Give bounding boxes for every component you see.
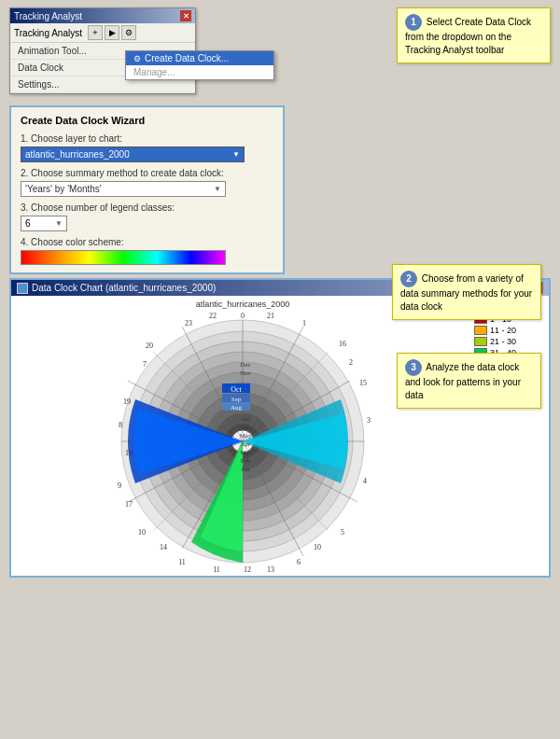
svg-text:Feb: Feb bbox=[241, 457, 251, 465]
svg-text:9: 9 bbox=[118, 481, 121, 490]
gear-button[interactable]: ⚙ bbox=[121, 25, 136, 40]
svg-text:Jan: Jan bbox=[241, 466, 250, 473]
svg-text:Nov: Nov bbox=[240, 370, 252, 377]
layer-value: atlantic_hurricanes_2000 bbox=[25, 149, 130, 160]
svg-text:Sep: Sep bbox=[231, 396, 242, 403]
tracking-toolbar-row: Tracking Analyst + ▶ ⚙ bbox=[10, 23, 195, 43]
layer-arrow-icon: ▼ bbox=[232, 150, 240, 159]
dataclock-label: Data Clock bbox=[18, 63, 63, 73]
create-dataclock-item[interactable]: ⚙ Create Data Clock... bbox=[126, 51, 273, 65]
layer-select[interactable]: atlantic_hurricanes_2000 ▼ bbox=[21, 146, 245, 162]
svg-text:10: 10 bbox=[138, 528, 146, 537]
svg-text:Mar: Mar bbox=[240, 449, 251, 456]
svg-text:Apr: Apr bbox=[241, 440, 252, 448]
chart-content: atlantic_hurricanes_2000 bbox=[11, 296, 549, 576]
svg-text:22: 22 bbox=[209, 312, 217, 320]
chart-area: atlantic_hurricanes_2000 bbox=[15, 300, 470, 572]
svg-text:23: 23 bbox=[185, 319, 192, 328]
callout-1: 1 Select Create Data Clock from the drop… bbox=[397, 7, 551, 63]
plus-button[interactable]: + bbox=[88, 25, 103, 40]
legend-item-2: 11 - 20 bbox=[474, 326, 541, 335]
legend-classes-value: 6 bbox=[25, 218, 31, 229]
svg-text:Aug: Aug bbox=[231, 404, 243, 411]
clock-svg: Oct Sep Aug Dec Nov Jul Jun May Apr bbox=[112, 311, 373, 572]
svg-text:10: 10 bbox=[314, 543, 321, 551]
svg-text:Oct: Oct bbox=[231, 385, 242, 394]
legend-item-3: 21 - 30 bbox=[474, 337, 541, 346]
toolbar-section: Tracking Analyst ✕ Tracking Analyst + ▶ … bbox=[0, 0, 560, 102]
svg-text:0: 0 bbox=[241, 312, 245, 320]
chart-title-container: Data Clock Chart (atlantic_hurricanes_20… bbox=[17, 283, 216, 294]
wizard-title: Create Data Clock Wizard bbox=[21, 115, 273, 126]
manage-item[interactable]: Manage... bbox=[126, 65, 273, 79]
tracking-subtitle: Tracking Analyst bbox=[14, 28, 82, 38]
step3-label: 3. Choose number of legend classes: bbox=[21, 202, 273, 213]
svg-text:5: 5 bbox=[341, 528, 344, 537]
svg-text:21: 21 bbox=[267, 312, 274, 320]
svg-text:19: 19 bbox=[123, 397, 131, 406]
create-icon: ⚙ bbox=[133, 54, 141, 63]
step1-label: 1. Choose layer to chart: bbox=[21, 133, 273, 144]
summary-arrow-icon: ▼ bbox=[214, 185, 221, 193]
legend-label-3: 21 - 30 bbox=[490, 337, 516, 346]
tracking-title: Tracking Analyst bbox=[14, 11, 82, 21]
tracking-titlebar: Tracking Analyst ✕ bbox=[10, 8, 195, 23]
dataset-label: atlantic_hurricanes_2000 bbox=[196, 300, 290, 309]
wizard-section: Create Data Clock Wizard 1. Choose layer… bbox=[9, 105, 551, 274]
svg-text:18: 18 bbox=[125, 449, 133, 457]
svg-text:12: 12 bbox=[244, 565, 251, 572]
step4-label: 4. Choose color scheme: bbox=[21, 237, 273, 247]
classes-arrow-icon: ▼ bbox=[55, 219, 63, 228]
svg-text:Dec: Dec bbox=[240, 361, 250, 369]
legend-classes-select[interactable]: 6 ▼ bbox=[21, 216, 67, 231]
svg-text:May: May bbox=[240, 432, 252, 439]
svg-text:17: 17 bbox=[125, 500, 133, 509]
svg-text:7: 7 bbox=[143, 360, 147, 369]
svg-text:8: 8 bbox=[119, 421, 122, 429]
svg-text:4: 4 bbox=[363, 477, 367, 485]
chart-window: Data Clock Chart (atlantic_hurricanes_20… bbox=[9, 278, 551, 578]
svg-text:1: 1 bbox=[302, 319, 306, 328]
svg-text:15: 15 bbox=[359, 379, 367, 387]
svg-text:2: 2 bbox=[349, 358, 353, 367]
clock-container: Oct Sep Aug Dec Nov Jul Jun May Apr bbox=[112, 311, 373, 572]
summary-value: 'Years' by 'Months' bbox=[25, 184, 102, 194]
legend-color-3 bbox=[474, 337, 487, 346]
play-button[interactable]: ▶ bbox=[105, 25, 119, 40]
svg-text:20: 20 bbox=[146, 342, 153, 350]
close-button[interactable]: ✕ bbox=[180, 10, 191, 21]
color-scheme-bar[interactable] bbox=[21, 250, 226, 265]
summary-select[interactable]: 'Years' by 'Months' ▼ bbox=[21, 181, 226, 197]
svg-text:16: 16 bbox=[339, 340, 346, 348]
badge-1: 1 bbox=[405, 14, 422, 31]
create-label: Create Data Clock... bbox=[145, 53, 229, 63]
dropdown-menu: ⚙ Create Data Clock... Manage... bbox=[125, 50, 274, 80]
chart-section: Data Clock Chart (atlantic_hurricanes_20… bbox=[9, 278, 551, 578]
legend-area: 0 1 - 10 11 - 20 21 - 30 31 - 40 bbox=[470, 300, 545, 572]
legend-label-2: 11 - 20 bbox=[490, 326, 516, 335]
legend-color-2 bbox=[474, 326, 487, 335]
svg-text:6: 6 bbox=[297, 558, 301, 566]
svg-text:11: 11 bbox=[213, 565, 220, 572]
svg-text:Jun: Jun bbox=[241, 424, 250, 431]
svg-text:14: 14 bbox=[160, 543, 167, 551]
badge-2: 2 bbox=[400, 271, 417, 287]
wizard-window: Create Data Clock Wizard 1. Choose layer… bbox=[9, 105, 285, 274]
callout-1-text: Select Create Data Clock from the dropdo… bbox=[405, 17, 531, 55]
chart-title-icon bbox=[17, 283, 28, 294]
chart-title: Data Clock Chart (atlantic_hurricanes_20… bbox=[32, 283, 216, 293]
svg-text:13: 13 bbox=[267, 565, 274, 572]
svg-text:3: 3 bbox=[367, 416, 371, 425]
svg-text:Jul: Jul bbox=[242, 415, 249, 423]
step2-label: 2. Choose summary method to create data … bbox=[21, 168, 273, 178]
svg-text:11: 11 bbox=[178, 558, 186, 566]
